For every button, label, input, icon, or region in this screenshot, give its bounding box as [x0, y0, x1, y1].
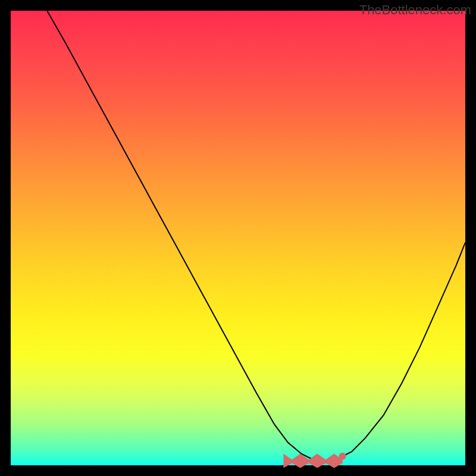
chart-plot-area: [11, 11, 465, 465]
chart-curve: [47, 11, 465, 461]
highlight-dot: [339, 453, 346, 460]
watermark-text: TheBottleneck.com: [359, 2, 471, 18]
chart-svg: [11, 11, 465, 465]
highlight-region: [283, 453, 342, 468]
